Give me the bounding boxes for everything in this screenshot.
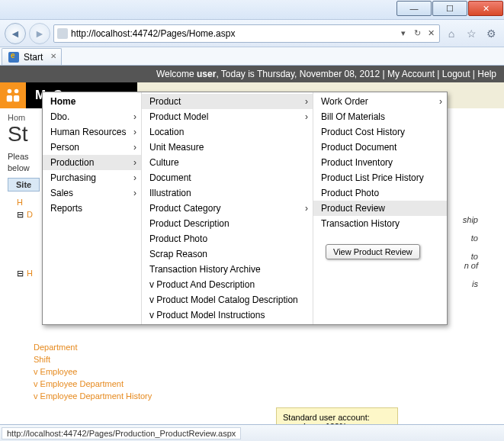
menu-item[interactable]: Location — [142, 124, 313, 140]
status-url: http://localhost:44742/Pages/Production_… — [2, 427, 241, 439]
svg-rect-2 — [7, 95, 12, 101]
menu-col-1: HomeDbo.Human ResourcesPersonProductionP… — [43, 92, 142, 324]
menu-item[interactable]: Product Photo — [313, 185, 447, 201]
svg-point-1 — [14, 89, 19, 94]
menu-item[interactable]: Human Resources — [43, 124, 141, 140]
logout-link[interactable]: Logout — [442, 69, 470, 79]
menu-item[interactable]: Home — [43, 94, 141, 109]
menu-item[interactable]: Product Category — [142, 201, 313, 216]
maximize-button[interactable]: ☐ — [432, 1, 467, 16]
stop-icon[interactable]: ✕ — [425, 28, 436, 39]
cred-label: Standard user account: — [283, 413, 370, 422]
tree-item[interactable]: v Employee Department History — [34, 390, 496, 402]
menu-item[interactable]: v Product Model Instructions — [142, 307, 313, 323]
minimize-button[interactable]: — — [396, 1, 432, 16]
menu-item[interactable]: Transaction History Archive — [142, 262, 313, 277]
menu-item[interactable]: Product Photo — [142, 231, 313, 246]
menu-item[interactable]: Product Inventory — [313, 155, 447, 170]
welcome-prefix: Welcome — [156, 69, 197, 79]
menu-item[interactable]: Illustration — [142, 185, 313, 201]
welcome-date: , Today is Thursday, November 08, 2012 — [216, 69, 380, 79]
back-button[interactable]: ◄ — [5, 23, 26, 44]
menu-item[interactable]: Purchasing — [43, 170, 141, 185]
menu-item[interactable]: Product Cost History — [313, 124, 447, 140]
help-link[interactable]: Help — [477, 69, 496, 79]
status-bar: http://localhost:44742/Pages/Production_… — [0, 424, 504, 441]
ie-favicon — [8, 52, 19, 63]
my-account-link[interactable]: My Account — [387, 69, 435, 79]
credentials-box: Standard user account: user / user123% — [276, 407, 398, 424]
welcome-user: user — [197, 69, 216, 79]
svg-point-0 — [8, 89, 12, 94]
menu-item[interactable]: Work Order — [313, 94, 447, 109]
menu-item[interactable]: Transaction History — [313, 216, 447, 231]
menu-item[interactable]: Document — [142, 170, 313, 185]
browser-toolbar: ◄ ► ▾ ↻ ✕ ⌂ ☆ ⚙ — [0, 20, 504, 47]
menu-item[interactable]: Production — [43, 155, 141, 170]
menu-item[interactable]: Culture — [142, 155, 313, 170]
menu-item[interactable]: Product Model — [142, 109, 313, 124]
gear-icon[interactable]: ⚙ — [483, 25, 499, 42]
submenu-tooltip[interactable]: View Product Review — [326, 244, 420, 259]
menu-item[interactable]: Reports — [43, 201, 141, 216]
dropdown-icon[interactable]: ▾ — [398, 28, 409, 39]
menu-item[interactable]: Dbo. — [43, 109, 141, 124]
page-favicon — [57, 28, 68, 39]
menu-item[interactable]: Bill Of Materials — [313, 109, 447, 124]
tree-item[interactable]: Shift — [34, 353, 496, 365]
brand-icon — [0, 82, 26, 108]
favorites-icon[interactable]: ☆ — [463, 25, 480, 42]
tab-label: Start — [24, 52, 43, 63]
browser-tabs: Start ✕ — [0, 47, 504, 66]
address-bar[interactable]: ▾ ↻ ✕ — [53, 24, 440, 43]
close-button[interactable]: ✕ — [468, 1, 503, 16]
tree-item[interactable]: v Employee — [34, 365, 496, 378]
tab-start[interactable]: Start ✕ — [2, 48, 62, 65]
menu-item[interactable]: Unit Measure — [142, 140, 313, 155]
main-menu: HomeDbo.Human ResourcesPersonProductionP… — [42, 92, 448, 325]
site-actions-tab[interactable]: Site — [8, 178, 40, 192]
menu-item[interactable]: Product — [142, 94, 313, 109]
refresh-icon[interactable]: ↻ — [412, 28, 422, 39]
svg-rect-3 — [14, 95, 19, 101]
menu-item[interactable]: Product Review — [313, 201, 447, 216]
menu-item[interactable]: v Product And Description — [142, 277, 313, 292]
welcome-bar: Welcome user, Today is Thursday, Novembe… — [0, 66, 504, 82]
tab-close-icon[interactable]: ✕ — [49, 52, 58, 61]
home-icon[interactable]: ⌂ — [443, 25, 460, 42]
menu-item[interactable]: v Product Model Catalog Description — [142, 292, 313, 307]
menu-item[interactable]: Product Document — [313, 140, 447, 155]
window-titlebar: — ☐ ✕ — [0, 0, 504, 20]
menu-col-2: ProductProduct ModelLocationUnit Measure… — [142, 92, 313, 324]
tree-item[interactable]: v Employee Department — [34, 378, 496, 390]
tree-item[interactable]: Department — [34, 341, 496, 353]
menu-item[interactable]: Product List Price History — [313, 170, 447, 185]
menu-item[interactable]: Product Description — [142, 216, 313, 231]
url-input[interactable] — [71, 26, 395, 41]
forward-button[interactable]: ► — [29, 23, 50, 44]
menu-item[interactable]: Scrap Reason — [142, 246, 313, 262]
menu-item[interactable]: Person — [43, 140, 141, 155]
menu-item[interactable]: Sales — [43, 185, 141, 201]
menu-col-3: Work OrderBill Of MaterialsProduct Cost … — [313, 92, 447, 324]
